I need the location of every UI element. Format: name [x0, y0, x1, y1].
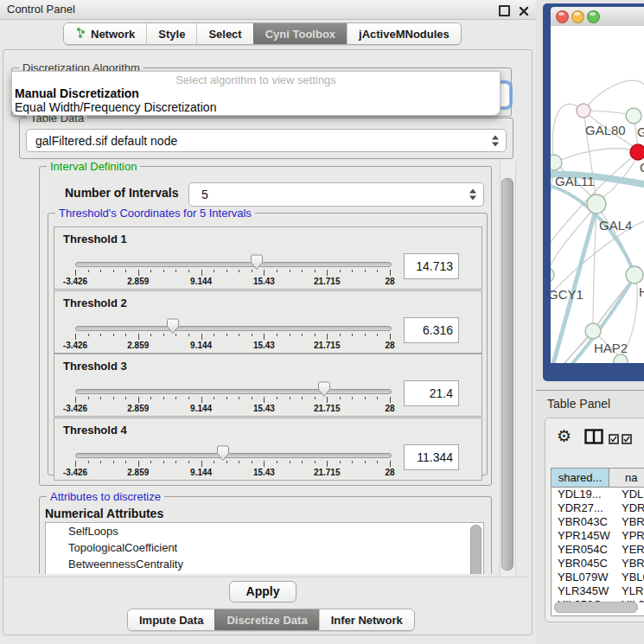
network-node[interactable]	[630, 144, 644, 160]
numerical-attributes-list[interactable]: SelfLoopsTopologicalCoefficientBetweenne…	[45, 522, 484, 574]
tick-label: -3.426	[63, 341, 87, 350]
tick-label: 9.144	[190, 468, 212, 477]
tick-label: 15.43	[253, 468, 275, 477]
mac-minimize-icon[interactable]	[571, 10, 584, 23]
attribute-item-selfloops[interactable]: SelfLoops	[46, 523, 483, 539]
gear-icon[interactable]: ⚙	[557, 426, 571, 445]
tab-label: Discretize Data	[226, 614, 307, 627]
network-node[interactable]	[614, 354, 628, 363]
network-edge[interactable]	[583, 80, 644, 111]
threshold-value-field[interactable]: 6.316	[404, 317, 459, 343]
float-window-icon[interactable]	[499, 5, 510, 16]
mac-close-icon[interactable]	[556, 10, 569, 23]
cell-name: YBR0	[615, 557, 644, 571]
network-node[interactable]	[585, 323, 601, 339]
popup-option-equal-width-frequency-discretization[interactable]: Equal Width/Frequency Discretization	[12, 100, 500, 114]
tab-cyni-toolbox[interactable]: Cyni Toolbox	[253, 23, 347, 44]
list-scrollbar[interactable]	[470, 525, 481, 574]
network-edge[interactable]	[554, 149, 634, 163]
tab-label: Network	[91, 28, 135, 41]
cell-name: YBL0	[615, 571, 644, 584]
network-node[interactable]	[626, 266, 643, 284]
column-header-shared-name[interactable]: shared...	[552, 469, 609, 487]
combo-spinner-icon[interactable]	[492, 135, 499, 146]
cell-shared-name: YDL19...	[552, 488, 615, 501]
checkbox-icon[interactable]	[609, 432, 619, 448]
algorithm-dropdown-popup: Select algorithm to view settings Manual…	[11, 71, 501, 116]
slider-track[interactable]	[75, 262, 392, 267]
table-row[interactable]: YBL079WYBL0	[552, 571, 644, 584]
network-node[interactable]	[551, 268, 554, 282]
close-icon[interactable]	[519, 4, 529, 15]
tab-label: jActiveMNodules	[359, 28, 450, 41]
table-row[interactable]: YLR345WYLR3	[552, 584, 644, 598]
group-title: Interval Definition	[47, 161, 140, 173]
popup-option-manual-discretization[interactable]: Manual Discretization	[12, 86, 500, 100]
slider-tick-labels: -3.4262.8599.14415.4321.71528	[75, 341, 390, 350]
table-row[interactable]: YER054CYER0	[552, 543, 644, 557]
slider-track[interactable]	[75, 453, 392, 458]
node-label: HAP2	[594, 341, 628, 355]
slider-thumb[interactable]	[166, 318, 180, 335]
threshold-label: Threshold 4	[63, 424, 127, 437]
tick-label: -3.426	[63, 277, 87, 286]
panel-title: Control Panel	[7, 0, 75, 19]
slider-track[interactable]	[75, 389, 392, 394]
table-row[interactable]: YDL19...YDL1	[552, 488, 644, 501]
network-node[interactable]	[587, 194, 606, 214]
combo-spinner-icon[interactable]	[469, 189, 476, 201]
network-node[interactable]	[626, 108, 641, 124]
network-node[interactable]	[577, 104, 590, 118]
tab-label: Impute Data	[139, 614, 203, 627]
tab-impute-data[interactable]: Impute Data	[128, 609, 214, 630]
slider-ticks	[75, 334, 390, 341]
tab-style[interactable]: Style	[146, 23, 196, 44]
tab-network[interactable]: Network	[64, 23, 146, 44]
threshold-panel-3: Threshold 3-3.4262.8599.14415.4321.71528…	[54, 354, 482, 417]
columns-icon[interactable]	[584, 429, 603, 448]
network-node[interactable]	[551, 155, 562, 170]
threshold-label: Threshold 3	[63, 360, 127, 373]
threshold-value-field[interactable]: 11.344	[404, 444, 459, 470]
slider-thumb[interactable]	[216, 445, 230, 462]
table-row[interactable]: YBR043CYBR0	[552, 515, 644, 529]
number-of-intervals-label: Number of Intervals	[65, 186, 178, 200]
slider-tick-labels: -3.4262.8599.14415.4321.71528	[75, 404, 390, 413]
tick-label: 2.859	[127, 404, 149, 413]
attribute-item-topologicalcoefficient[interactable]: TopologicalCoefficient	[46, 539, 483, 556]
mac-zoom-icon[interactable]	[587, 10, 600, 23]
slider-ticks	[75, 397, 390, 404]
table-row[interactable]: YPR145WYPR1	[552, 529, 644, 543]
horizontal-scrollbar-thumb[interactable]	[554, 602, 638, 613]
slider-tick-labels: -3.4262.8599.14415.4321.71528	[75, 468, 390, 477]
threshold-value-field[interactable]: 21.4	[404, 380, 459, 406]
table-row[interactable]: YDR27...YDR2	[552, 501, 644, 515]
attribute-item-betweennesscentrality[interactable]: BetweennessCentrality	[46, 556, 483, 572]
tab-jactivemnodules[interactable]: jActiveMNodules	[347, 23, 461, 44]
node-attribute-table[interactable]: shared... na YDL19...YDL1YDR27...YDR2YBR…	[551, 468, 644, 616]
tab-select[interactable]: Select	[196, 23, 252, 44]
slider-track[interactable]	[75, 326, 392, 331]
cell-name: YLR3	[615, 584, 644, 598]
tab-infer-network[interactable]: Infer Network	[319, 609, 414, 630]
apply-button[interactable]: Apply	[229, 581, 296, 603]
table-row[interactable]: YBR045CYBR0	[552, 557, 644, 571]
network-window-titlebar[interactable]	[551, 7, 644, 27]
threshold-value-field[interactable]: 14.713	[404, 253, 459, 279]
cell-shared-name: YBL079W	[552, 571, 615, 584]
slider-thumb[interactable]	[317, 381, 331, 398]
tab-label: Style	[158, 28, 185, 41]
number-of-intervals-combobox[interactable]: 5	[188, 182, 484, 207]
tab-discretize-data[interactable]: Discretize Data	[214, 609, 318, 630]
slider-thumb[interactable]	[250, 254, 264, 271]
checkbox-icon[interactable]	[622, 432, 632, 448]
control-panel-titlebar: Control Panel	[0, 0, 536, 20]
tick-label: 9.144	[190, 404, 212, 413]
column-header-name[interactable]: na	[609, 469, 644, 487]
table-data-combobox[interactable]: galFiltered.sif default node	[26, 129, 507, 152]
scrollbar-thumb[interactable]	[501, 178, 513, 571]
network-view-canvas[interactable]: GAL80GCGAL11GAL4GCY1HHAP2	[551, 26, 644, 363]
tick-label: 15.43	[253, 341, 275, 350]
cell-name: YPR1	[615, 529, 644, 543]
node-label: GAL80	[585, 123, 626, 137]
